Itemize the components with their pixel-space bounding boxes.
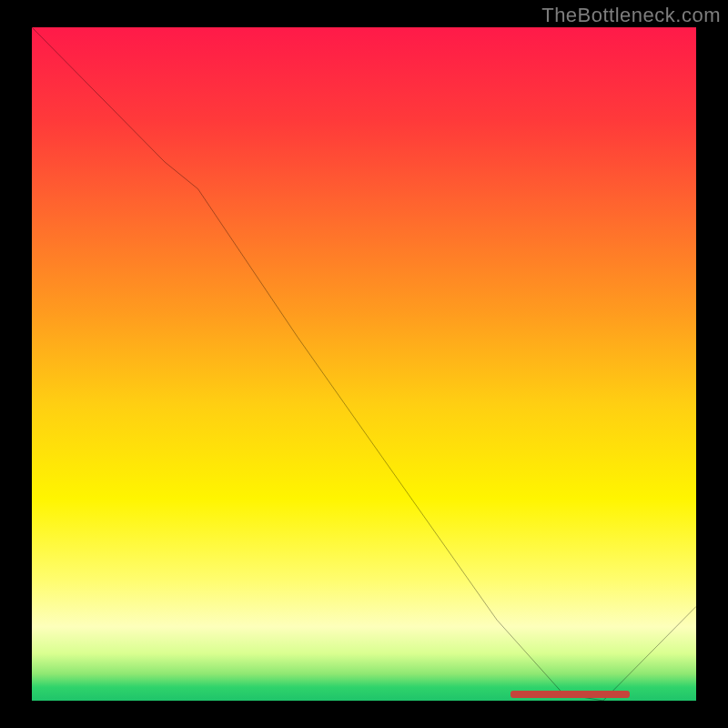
plot-area xyxy=(32,27,696,701)
chart-container: TheBottleneck.com xyxy=(0,0,728,728)
bottleneck-curve xyxy=(32,27,696,701)
watermark-text: TheBottleneck.com xyxy=(541,4,721,27)
curve-path xyxy=(32,27,696,701)
highlight-band xyxy=(511,691,630,698)
